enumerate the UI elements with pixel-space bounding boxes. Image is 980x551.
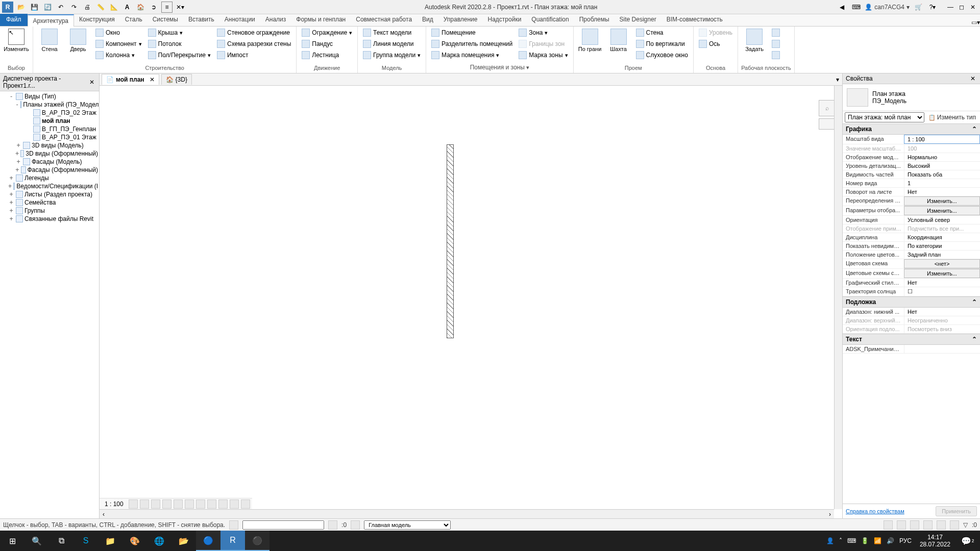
expander-icon[interactable]: + bbox=[8, 183, 12, 190]
apply-button[interactable]: Применить bbox=[936, 506, 977, 516]
railing-button[interactable]: Ограждение ▾ bbox=[300, 28, 354, 38]
qat-text-icon[interactable]: A bbox=[121, 2, 133, 13]
expander-icon[interactable]: + bbox=[15, 166, 19, 173]
property-value[interactable]: Нет bbox=[904, 188, 980, 196]
ribbon-tab-2[interactable]: Сталь bbox=[120, 14, 148, 26]
expander-icon[interactable]: + bbox=[15, 150, 19, 157]
sb-design-options-icon[interactable] bbox=[351, 520, 360, 530]
tree-node[interactable]: +3D виды (Модель) bbox=[1, 141, 98, 149]
area-bound-button[interactable]: Границы зон bbox=[517, 39, 570, 49]
mullion-button[interactable]: Импост bbox=[215, 50, 293, 60]
ribbon-tab-0[interactable]: Архитектура bbox=[28, 14, 75, 27]
viewcube-icon[interactable]: ⌕ bbox=[819, 100, 835, 116]
qat-open-icon[interactable]: 📂 bbox=[15, 2, 27, 13]
tray-battery-icon[interactable]: 🔋 bbox=[861, 537, 869, 544]
set-workplane-button[interactable]: Задать bbox=[741, 28, 768, 53]
property-value[interactable]: Нет bbox=[904, 279, 980, 287]
tree-node[interactable]: +Группы bbox=[1, 207, 98, 215]
rendering-icon[interactable] bbox=[174, 499, 183, 509]
sb-main-model-select[interactable]: Главная модель bbox=[364, 520, 451, 530]
project-tree[interactable]: -Виды (Тип)-Планы этажей (ПЭ_МодельВ_АР_… bbox=[0, 91, 99, 518]
ribbon-tab-8[interactable]: Совместная работа bbox=[351, 14, 417, 26]
model-group-button[interactable]: Группа модели ▾ bbox=[361, 50, 423, 60]
group-graphics[interactable]: Графика⌃ bbox=[843, 123, 980, 135]
property-value[interactable]: 1 : 100 bbox=[904, 135, 980, 144]
tree-node[interactable]: +Листы (Раздел проекта) bbox=[1, 190, 98, 198]
tray-up-icon[interactable]: ˄ bbox=[839, 537, 842, 544]
project-browser-close[interactable]: ✕ bbox=[88, 79, 96, 86]
ref-plane-button[interactable] bbox=[770, 39, 782, 49]
tree-node[interactable]: +Ведомости/Спецификации (I bbox=[1, 182, 98, 190]
property-value[interactable]: По категории bbox=[904, 242, 980, 250]
ribbon-tab-4[interactable]: Вставить bbox=[183, 14, 219, 26]
ribbon-collapse-icon[interactable]: ▭▾ bbox=[971, 19, 980, 26]
property-value[interactable]: Задний план bbox=[904, 251, 980, 259]
shaft-button[interactable]: Шахта bbox=[605, 28, 632, 53]
floor-button[interactable]: Пол/Перекрытие ▾ bbox=[146, 50, 213, 60]
window-button[interactable]: Окно bbox=[93, 28, 144, 38]
column-button[interactable]: Колонна ▾ bbox=[93, 50, 144, 60]
ribbon-tab-3[interactable]: Системы bbox=[148, 14, 183, 26]
chrome-button[interactable]: 🔵 bbox=[196, 531, 220, 551]
model-line-button[interactable]: Линия модели bbox=[361, 39, 423, 49]
sun-path-icon[interactable] bbox=[151, 499, 160, 509]
tree-node[interactable]: +Фасады (Модель) bbox=[1, 158, 98, 166]
property-value[interactable]: Условный север bbox=[904, 216, 980, 224]
qat-thin-lines-icon[interactable]: ≡ bbox=[161, 2, 173, 13]
property-value[interactable]: Посмотреть вниз bbox=[904, 325, 980, 333]
expander-icon[interactable]: + bbox=[15, 158, 21, 165]
property-value[interactable]: Нормально bbox=[904, 153, 980, 161]
tree-node[interactable]: +Связанные файлы Revit bbox=[1, 215, 98, 223]
expander-icon[interactable]: - bbox=[15, 101, 19, 108]
sb-background-icon[interactable] bbox=[950, 520, 959, 530]
wall-element[interactable] bbox=[447, 144, 454, 338]
file-tab[interactable]: Файл bbox=[0, 14, 28, 26]
stair-button[interactable]: Лестница bbox=[300, 50, 354, 60]
tree-node[interactable]: В_АР_ПЭ_02 Этаж bbox=[1, 109, 98, 117]
expander-icon[interactable]: + bbox=[15, 142, 21, 149]
type-selector[interactable]: План этажа ПЭ_Модель bbox=[843, 84, 980, 111]
tree-node[interactable]: мой план bbox=[1, 117, 98, 125]
tree-node[interactable]: +Легенды bbox=[1, 174, 98, 182]
component-button[interactable]: Компонент ▾ bbox=[93, 39, 144, 49]
property-value[interactable]: Подчистить все при... bbox=[904, 224, 980, 233]
property-value[interactable]: Изменить... bbox=[904, 206, 980, 215]
detail-level-icon[interactable] bbox=[129, 499, 138, 509]
expander-icon[interactable]: + bbox=[8, 199, 14, 206]
room-button[interactable]: Помещение bbox=[429, 28, 514, 38]
ribbon-tab-15[interactable]: BIM-совместимость bbox=[662, 14, 728, 26]
revit-logo[interactable]: R bbox=[2, 2, 13, 13]
qat-redo-icon[interactable]: ↷ bbox=[68, 2, 80, 13]
vertical-button[interactable]: По вертикали bbox=[634, 39, 690, 49]
search-button[interactable]: 🔍 bbox=[24, 531, 49, 551]
room-sep-button[interactable]: Разделитель помещений bbox=[429, 39, 514, 49]
expander-icon[interactable]: + bbox=[8, 191, 14, 198]
help-icon[interactable]: ?▾ bbox=[927, 2, 938, 13]
show-workplane-button[interactable] bbox=[770, 28, 782, 38]
close-button[interactable]: ✕ bbox=[968, 2, 978, 12]
worksharing-icon[interactable] bbox=[241, 499, 250, 509]
qat-measure-icon[interactable]: 📏 bbox=[95, 2, 106, 13]
folder-button[interactable]: 📂 bbox=[172, 531, 196, 551]
reveal-hidden-icon[interactable] bbox=[230, 499, 239, 509]
ribbon-tab-5[interactable]: Аннотации bbox=[219, 14, 260, 26]
ribbon-tab-1[interactable]: Конструкция bbox=[74, 14, 120, 26]
property-value[interactable]: Координация bbox=[904, 233, 980, 241]
property-value[interactable]: Высокий bbox=[904, 162, 980, 170]
ribbon-tab-7[interactable]: Формы и генплан bbox=[291, 14, 351, 26]
ribbon-tab-6[interactable]: Анализ bbox=[260, 14, 291, 26]
area-tag-button[interactable]: Марка зоны ▾ bbox=[517, 50, 570, 60]
scrollbar-horizontal[interactable]: ‹ › bbox=[100, 509, 834, 518]
view-scale[interactable]: 1 : 100 bbox=[102, 500, 127, 508]
ramp-button[interactable]: Пандус bbox=[300, 39, 354, 49]
sb-select-face-icon[interactable] bbox=[923, 520, 933, 530]
visual-style-icon[interactable] bbox=[140, 499, 149, 509]
paint-button[interactable]: 🎨 bbox=[122, 531, 147, 551]
property-value[interactable] bbox=[904, 345, 980, 353]
sb-workset-input[interactable] bbox=[242, 520, 324, 530]
properties-close[interactable]: ✕ bbox=[969, 75, 977, 82]
level-button[interactable]: Уровень bbox=[697, 28, 734, 38]
edit-type-button[interactable]: 📋 Изменить тип bbox=[926, 112, 978, 122]
sb-worksets-icon[interactable] bbox=[229, 520, 238, 530]
sb-select-underlay-icon[interactable] bbox=[897, 520, 906, 530]
